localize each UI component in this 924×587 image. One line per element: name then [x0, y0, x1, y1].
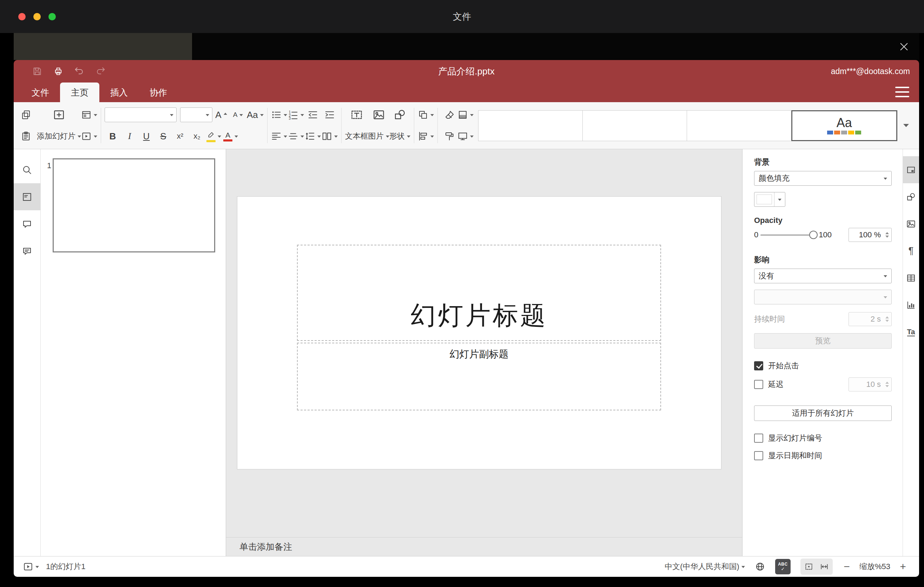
insert-textbox-button[interactable]: [348, 106, 365, 124]
title-placeholder[interactable]: 幻灯片标题: [297, 245, 661, 341]
theme-gallery-expand-button[interactable]: [897, 110, 915, 141]
duration-field[interactable]: 2 s: [848, 312, 892, 326]
font-color-dropdown[interactable]: A: [223, 127, 239, 145]
font-size-combo[interactable]: [180, 107, 213, 122]
zoom-in-button[interactable]: +: [896, 561, 910, 572]
effect-type-select[interactable]: [754, 290, 892, 304]
delay-row: 延迟 10 s: [754, 378, 892, 391]
preview-button[interactable]: 预览: [754, 333, 892, 349]
opacity-slider[interactable]: [761, 230, 817, 239]
underline-button[interactable]: U: [138, 127, 155, 145]
maximize-window-button[interactable]: [48, 13, 56, 20]
clear-style-button[interactable]: [441, 106, 457, 124]
add-slide-dropdown[interactable]: 添加幻灯片: [37, 127, 81, 145]
shape-settings-button[interactable]: [903, 183, 919, 210]
delay-checkbox[interactable]: [754, 380, 763, 389]
increase-font-button[interactable]: A: [213, 106, 229, 124]
image-settings-button[interactable]: [903, 210, 919, 237]
spellcheck-toggle[interactable]: ABC ✓: [775, 559, 790, 574]
decrease-indent-button[interactable]: [305, 106, 321, 124]
textart-settings-button[interactable]: Ta: [903, 318, 919, 345]
paste-button[interactable]: [18, 127, 34, 145]
insert-image-button[interactable]: [371, 106, 387, 124]
fill-type-select[interactable]: 颜色填充: [754, 171, 892, 186]
table-settings-button[interactable]: [903, 264, 919, 292]
image-dropdown[interactable]: 图片: [368, 127, 389, 145]
shape-dropdown[interactable]: 形状: [389, 127, 411, 145]
redo-icon[interactable]: [95, 66, 106, 76]
slide-settings-button[interactable]: [903, 156, 919, 183]
copy-style-button[interactable]: [441, 127, 457, 145]
tab-home[interactable]: 主页: [60, 82, 99, 102]
decrease-font-button[interactable]: A: [230, 106, 246, 124]
align-objects-dropdown[interactable]: [418, 127, 434, 145]
arrange-dropdown[interactable]: [418, 106, 434, 124]
copy-button[interactable]: [18, 106, 34, 124]
spinner[interactable]: [885, 378, 889, 391]
horizontal-align-dropdown[interactable]: [271, 127, 287, 145]
bullets-dropdown[interactable]: [271, 106, 287, 124]
slider-knob[interactable]: [809, 231, 818, 239]
add-slide-button[interactable]: [37, 106, 81, 124]
subtitle-placeholder[interactable]: 幻灯片副标题: [297, 343, 661, 411]
slide-canvas[interactable]: 幻灯片标题 幻灯片副标题: [237, 196, 721, 469]
slide-thumbnail-1[interactable]: [53, 158, 215, 252]
show-slide-number-checkbox[interactable]: [754, 434, 763, 443]
feedback-panel-button[interactable]: [14, 237, 40, 264]
spinner[interactable]: [885, 312, 889, 326]
spinner[interactable]: [885, 228, 889, 242]
fill-color-picker[interactable]: [754, 192, 785, 207]
effect-select[interactable]: 没有: [754, 269, 892, 283]
theme-option-selected[interactable]: Aa: [791, 110, 897, 141]
print-icon[interactable]: [53, 66, 64, 76]
change-layout-dropdown[interactable]: [81, 106, 97, 124]
close-dialog-button[interactable]: [894, 36, 914, 57]
chart-settings-button[interactable]: [903, 292, 919, 318]
line-spacing-dropdown[interactable]: [305, 127, 321, 145]
font-name-combo[interactable]: [105, 107, 177, 122]
change-case-dropdown[interactable]: Aa: [247, 106, 264, 124]
apply-to-all-button[interactable]: 适用于所有幻灯片: [754, 406, 892, 421]
italic-button[interactable]: I: [122, 127, 138, 145]
paragraph-settings-button[interactable]: ¶: [903, 237, 919, 264]
columns-dropdown[interactable]: [322, 127, 338, 145]
fit-to-slide-button[interactable]: [801, 559, 817, 574]
show-date-time-checkbox[interactable]: [754, 451, 763, 460]
color-scheme-dropdown[interactable]: [457, 106, 474, 124]
theme-option-1[interactable]: [478, 110, 583, 141]
save-icon[interactable]: [32, 66, 43, 76]
preview-slideshow-dropdown[interactable]: [81, 127, 97, 145]
notes-area[interactable]: 单击添加备注: [226, 537, 742, 556]
strikeout-button[interactable]: S: [155, 127, 171, 145]
close-window-button[interactable]: [18, 13, 26, 20]
minimize-window-button[interactable]: [33, 13, 41, 20]
superscript-button[interactable]: x²: [172, 127, 188, 145]
theme-option-3[interactable]: [687, 110, 791, 141]
bold-button[interactable]: B: [105, 127, 121, 145]
subscript-button[interactable]: x₂: [189, 127, 205, 145]
vertical-align-dropdown[interactable]: [288, 127, 304, 145]
slides-panel-button[interactable]: [14, 183, 40, 210]
tab-file[interactable]: 文件: [21, 82, 60, 102]
zoom-out-button[interactable]: −: [840, 561, 854, 572]
document-language-button[interactable]: [752, 559, 768, 574]
tab-insert[interactable]: 插入: [99, 82, 139, 102]
color-dropdown-arrow[interactable]: [774, 192, 785, 206]
start-on-click-checkbox[interactable]: [754, 361, 763, 370]
fit-to-width-button[interactable]: [817, 559, 832, 574]
highlight-color-dropdown[interactable]: [206, 127, 222, 145]
opacity-value-field[interactable]: 100 %: [848, 228, 892, 242]
slide-size-dropdown[interactable]: [457, 127, 474, 145]
search-panel-button[interactable]: [14, 156, 40, 183]
theme-option-2[interactable]: [582, 110, 687, 141]
undo-icon[interactable]: [74, 66, 84, 76]
comments-panel-button[interactable]: [14, 210, 40, 237]
numbering-dropdown[interactable]: 123: [288, 106, 304, 124]
insert-shape-button[interactable]: [392, 106, 408, 124]
language-selector[interactable]: 中文(中华人民共和国): [665, 559, 745, 574]
increase-indent-button[interactable]: [322, 106, 338, 124]
start-slideshow-button[interactable]: [23, 559, 39, 574]
tab-collaboration[interactable]: 协作: [139, 82, 178, 102]
menu-icon[interactable]: [895, 87, 909, 97]
delay-field[interactable]: 10 s: [848, 378, 892, 391]
